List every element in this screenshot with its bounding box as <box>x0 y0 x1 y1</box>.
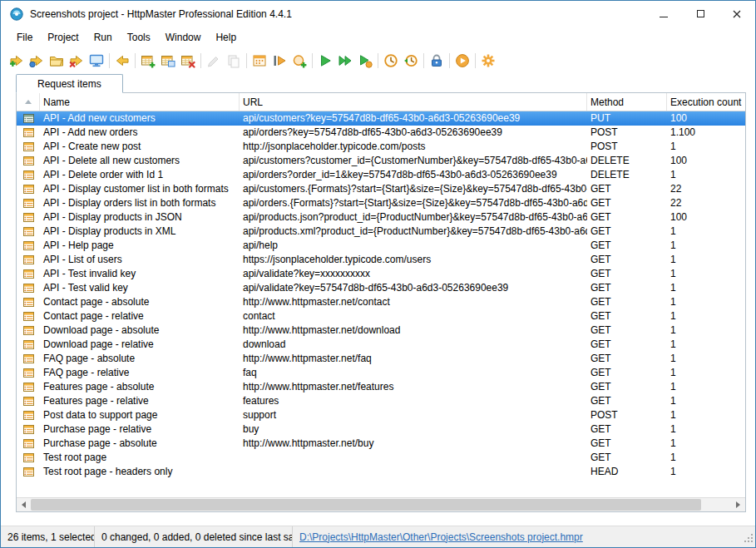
table-row[interactable]: Features page - absolute http://www.http… <box>17 380 745 394</box>
cell-name: Purchase page - absolute <box>40 437 240 451</box>
cell-execution-count: 1 <box>667 225 745 239</box>
toolbar-separator <box>475 53 476 68</box>
execute-selected-icon[interactable] <box>355 51 375 71</box>
table-row[interactable]: Contact page - relative contact GET 1 <box>17 309 745 323</box>
horizontal-scrollbar[interactable] <box>17 497 745 511</box>
request-item-icon <box>17 267 40 281</box>
menu-file[interactable]: File <box>9 28 40 47</box>
cell-name: API - Test valid key <box>40 281 240 295</box>
menu-tools[interactable]: Tools <box>120 28 158 47</box>
execution-history-icon[interactable] <box>381 51 401 71</box>
table-row[interactable]: API - Display orders list in both format… <box>17 196 745 210</box>
table-row[interactable]: Test root page GET 1 <box>17 451 745 465</box>
cell-name: API - Create new post <box>40 140 240 154</box>
column-header-method[interactable]: Method <box>587 93 667 111</box>
table-row[interactable]: API - Create new post http://jsonplaceho… <box>17 140 745 154</box>
cell-url: api/orders.{Formats}?start={Start}&size=… <box>240 196 587 210</box>
scroll-left-button[interactable] <box>17 498 31 511</box>
menu-run[interactable]: Run <box>86 28 120 47</box>
minimize-button[interactable] <box>645 1 682 27</box>
table-row[interactable]: Features page - relative features GET 1 <box>17 394 745 408</box>
table-row[interactable]: API - Display customer list in both form… <box>17 182 745 196</box>
table-header: Name URL Method Execution count <box>17 93 745 111</box>
column-header-execution-count[interactable]: Execution count <box>667 93 745 111</box>
table-row[interactable]: Download page - absolute http://www.http… <box>17 323 745 338</box>
execute-icon[interactable] <box>315 51 335 71</box>
table-body: API - Add new customers api/customers?ke… <box>17 111 745 497</box>
tab-request-items[interactable]: Request items <box>16 74 123 93</box>
add-existing-item-icon[interactable] <box>27 51 47 71</box>
column-header-sort[interactable] <box>17 93 40 111</box>
export-item-icon[interactable] <box>112 51 132 71</box>
table-row[interactable]: API - Delete order with Id 1 api/orders?… <box>17 168 745 182</box>
open-item-icon[interactable] <box>47 51 67 71</box>
resize-grip-icon[interactable] <box>744 533 754 546</box>
app-icon <box>10 7 23 21</box>
start-monitor-icon[interactable] <box>452 51 472 71</box>
titlebar: Screenshots project - HttpMaster Profess… <box>1 1 755 27</box>
cell-method: GET <box>587 267 667 281</box>
table-row[interactable]: FAQ page - relative faq GET 1 <box>17 366 745 380</box>
app-window: Screenshots project - HttpMaster Profess… <box>0 0 756 548</box>
menu-window[interactable]: Window <box>158 28 209 47</box>
table-row[interactable]: Purchase page - relative buy GET 1 <box>17 422 745 437</box>
request-item-icon <box>17 309 40 323</box>
cell-name: API - Help page <box>40 239 240 253</box>
data-encryption-icon[interactable] <box>427 51 447 71</box>
table-row[interactable]: FAQ page - absolute http://www.httpmaste… <box>17 352 745 366</box>
window-controls <box>645 1 755 27</box>
table-row[interactable]: API - Display products in XML api/produc… <box>17 225 745 239</box>
options-icon[interactable] <box>478 51 498 71</box>
maximize-button[interactable] <box>682 1 719 27</box>
table-row[interactable]: API - Display products in JSON api/produ… <box>17 210 745 225</box>
request-item-icon <box>17 338 40 352</box>
tabstrip: Request items <box>16 73 746 92</box>
scroll-right-button[interactable] <box>731 498 745 511</box>
table-row[interactable]: API - Add new customers api/customers?ke… <box>17 111 745 126</box>
cell-execution-count: 1 <box>667 465 745 479</box>
project-file-link[interactable]: D:\Projects\HttpMaster\Other\Projects\Sc… <box>299 531 583 543</box>
table-row[interactable]: API - Add new orders api/orders?key=5754… <box>17 126 745 140</box>
menu-project[interactable]: Project <box>40 28 86 47</box>
execution-sequence-icon[interactable] <box>269 51 289 71</box>
execute-all-icon[interactable] <box>335 51 355 71</box>
cell-execution-count: 1 <box>667 394 745 408</box>
delete-request-icon[interactable] <box>178 51 198 71</box>
close-button[interactable] <box>719 1 755 27</box>
minimize-icon <box>660 17 668 17</box>
column-header-url[interactable]: URL <box>240 93 587 111</box>
table-row[interactable]: API - Test valid key api/validate?key=57… <box>17 281 745 295</box>
cell-execution-count: 1 <box>667 422 745 437</box>
request-item-icon <box>17 239 40 253</box>
execution-group-icon[interactable] <box>250 51 269 71</box>
cell-execution-count: 100 <box>667 154 745 168</box>
request-item-icon <box>17 380 40 394</box>
cell-method: GET <box>587 225 667 239</box>
new-request-icon[interactable] <box>138 51 158 71</box>
table-row[interactable]: Download page - relative download GET 1 <box>17 338 745 352</box>
cell-execution-count: 1 <box>667 295 745 309</box>
new-item-icon[interactable] <box>7 51 27 71</box>
window-title: Screenshots project - HttpMaster Profess… <box>30 8 292 20</box>
table-row[interactable]: Post data to support page support POST 1 <box>17 408 745 422</box>
menu-help[interactable]: Help <box>208 28 244 47</box>
table-row[interactable]: Purchase page - absolute http://www.http… <box>17 437 745 451</box>
table-row[interactable]: API - Delete all new customers api/custo… <box>17 154 745 168</box>
scrollbar-thumb[interactable] <box>31 499 701 511</box>
recent-results-icon[interactable] <box>401 51 421 71</box>
table-row[interactable]: API - Test invalid key api/validate?key=… <box>17 267 745 281</box>
table-row[interactable]: Contact page - absolute http://www.httpm… <box>17 295 745 309</box>
request-item-icon <box>17 140 40 154</box>
remove-item-icon[interactable] <box>67 51 86 71</box>
toolbar-separator <box>312 53 313 68</box>
table-row[interactable]: API - Help page api/help GET 1 <box>17 239 745 253</box>
table-row[interactable]: Test root page - headers only HEAD 1 <box>17 465 745 479</box>
item-properties-icon[interactable] <box>86 51 106 71</box>
table-row[interactable]: API - List of users https://jsonplacehol… <box>17 253 745 267</box>
menubar: FileProjectRunToolsWindowHelp <box>1 27 755 48</box>
cell-url: api/products.xml?product_id={ProductNumb… <box>240 225 587 239</box>
new-execution-icon[interactable] <box>289 51 309 71</box>
cell-url <box>240 465 587 479</box>
clone-request-icon[interactable] <box>158 51 178 71</box>
column-header-name[interactable]: Name <box>40 93 240 111</box>
